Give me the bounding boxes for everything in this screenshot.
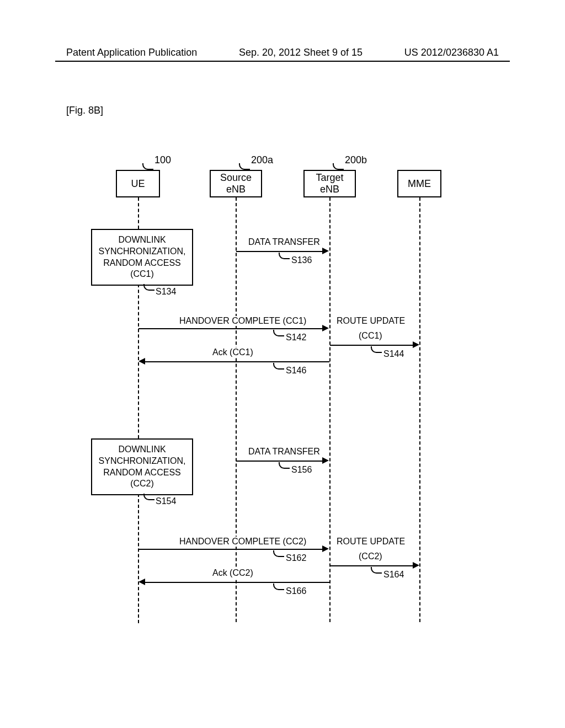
ru2-ref: S164: [383, 570, 404, 580]
header-right: US 2012/0236830 A1: [404, 47, 499, 58]
mme-label: MME: [408, 178, 431, 190]
sync2-line1: DOWNLINK: [118, 444, 166, 456]
sync2-line4: (CC2): [130, 478, 154, 490]
header-rule: [55, 61, 510, 62]
ref-curve: [142, 163, 153, 170]
ack-cc2-label: Ack (CC2): [212, 568, 253, 578]
arrow-head: [138, 358, 145, 365]
target-label2: eNB: [320, 184, 339, 195]
ack1-ref: S146: [286, 366, 306, 376]
sync1-line1: DOWNLINK: [118, 234, 166, 246]
handover-complete-cc1-label: HANDOVER COMPLETE (CC1): [179, 316, 306, 326]
route-update-cc2-label2: (CC2): [359, 552, 382, 561]
sync2-ref: S154: [156, 496, 176, 506]
source-lifeline: [236, 197, 237, 622]
ue-lifeline: [138, 494, 139, 623]
route-update-cc1-arrow: [330, 345, 414, 346]
sequence-diagram: 100 200a 200b UE Source eNB Target eNB M…: [83, 154, 502, 651]
source-label2: eNB: [226, 184, 246, 195]
arrow-head: [322, 248, 329, 254]
source-ref: 200a: [251, 154, 273, 166]
dt1-ref: S136: [291, 255, 312, 265]
target-lifeline: [329, 197, 331, 622]
ref-curve: [279, 253, 290, 259]
ref-curve: [273, 363, 284, 370]
ack2-ref: S166: [286, 586, 306, 596]
target-label1: Target: [316, 172, 343, 184]
arrow-head: [322, 545, 329, 552]
sync2-line2: SYNCHRONIZATION,: [99, 456, 186, 467]
data-transfer-2-label: DATA TRANSFER: [248, 447, 320, 457]
arrow-head: [413, 562, 419, 569]
sync2-line3: RANDOM ACCESS: [103, 467, 180, 479]
header-left: Patent Application Publication: [66, 47, 197, 58]
handover-complete-cc2-arrow: [138, 549, 323, 550]
ue-box: UE: [116, 170, 160, 197]
hc1-ref: S142: [286, 333, 306, 342]
ref-curve: [273, 550, 284, 557]
handover-complete-cc2-label: HANDOVER COMPLETE (CC2): [179, 537, 306, 547]
ref-curve: [333, 163, 344, 170]
data-transfer-2-arrow: [236, 461, 323, 462]
route-update-cc1-label1: ROUTE UPDATE: [337, 316, 405, 326]
hc2-ref: S162: [286, 553, 306, 563]
ue-label: UE: [131, 178, 145, 190]
ru1-ref: S144: [383, 349, 404, 359]
target-ref: 200b: [345, 154, 367, 166]
sync-box-cc2: DOWNLINK SYNCHRONIZATION, RANDOM ACCESS …: [91, 438, 193, 495]
target-enb-box: Target eNB: [303, 170, 356, 197]
ref-curve: [371, 567, 382, 574]
arrow-head: [322, 325, 329, 331]
ue-lifeline: [138, 197, 139, 229]
mme-lifeline: [419, 197, 420, 622]
mme-box: MME: [397, 170, 441, 197]
header-mid: Sep. 20, 2012 Sheet 9 of 15: [239, 47, 363, 58]
route-update-cc2-arrow: [330, 565, 414, 566]
arrow-head: [322, 457, 329, 464]
route-update-cc2-label1: ROUTE UPDATE: [337, 537, 405, 547]
ref-curve: [371, 346, 382, 353]
source-enb-box: Source eNB: [210, 170, 262, 197]
figure-label: [Fig. 8B]: [66, 105, 103, 116]
ue-ref: 100: [154, 154, 171, 166]
sync1-ref: S134: [156, 287, 176, 297]
arrow-head: [413, 341, 419, 348]
ref-curve: [273, 584, 284, 590]
sync1-line3: RANDOM ACCESS: [103, 258, 180, 269]
page-header: Patent Application Publication Sep. 20, …: [0, 47, 565, 58]
dt2-ref: S156: [291, 465, 312, 475]
sync-box-cc1: DOWNLINK SYNCHRONIZATION, RANDOM ACCESS …: [91, 229, 193, 286]
arrow-head: [138, 579, 145, 585]
handover-complete-cc1-arrow: [138, 328, 323, 329]
ref-curve: [143, 284, 154, 291]
ref-curve: [279, 462, 290, 469]
ref-curve: [143, 494, 154, 500]
data-transfer-1-arrow: [236, 251, 323, 252]
data-transfer-1-label: DATA TRANSFER: [248, 237, 320, 247]
sync1-line2: SYNCHRONIZATION,: [99, 246, 186, 258]
source-label1: Source: [220, 172, 252, 184]
ack-cc1-arrow: [145, 361, 329, 362]
ref-curve: [273, 330, 284, 336]
ack-cc1-label: Ack (CC1): [212, 347, 253, 357]
ack-cc2-arrow: [145, 582, 329, 583]
route-update-cc1-label2: (CC1): [359, 331, 382, 341]
ref-curve: [239, 163, 250, 170]
sync1-line4: (CC1): [130, 269, 154, 280]
